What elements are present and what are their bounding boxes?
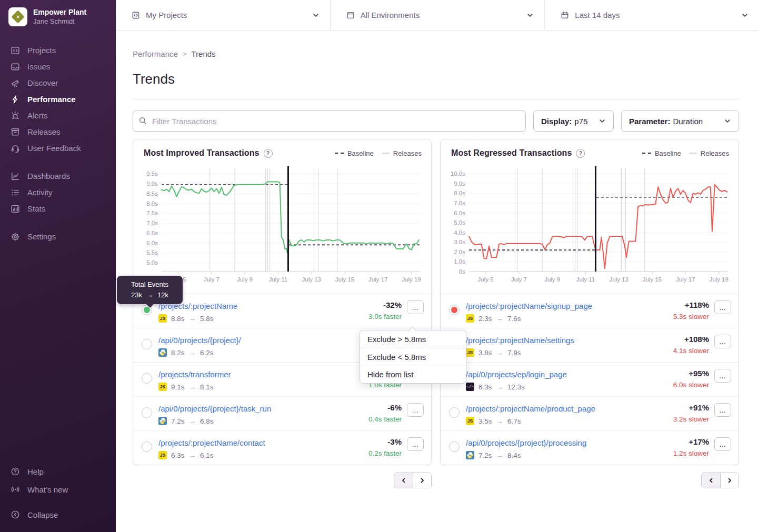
transaction-link[interactable]: /projects/transformer (158, 369, 231, 380)
svg-text:6.0s: 6.0s (146, 240, 158, 246)
svg-text:8.5s: 8.5s (146, 190, 158, 197)
sidebar-item-dashboards[interactable]: Dashboards (0, 168, 116, 184)
arrow-right-icon: → (496, 451, 504, 459)
transaction-link[interactable]: /api/0/projects/{project}/processing (466, 437, 586, 448)
svg-text:7.0s: 7.0s (454, 200, 465, 206)
issues-icon (9, 62, 21, 72)
chart-legend: Baseline Releases (335, 149, 422, 157)
percent-change: +17% (673, 437, 709, 446)
row-actions-button[interactable]: … (714, 335, 731, 348)
sidebar-item-releases[interactable]: Releases (0, 124, 116, 140)
org-switcher[interactable]: Empower Plant Jane Schmidt (0, 0, 116, 26)
transaction-link[interactable]: /api/0/projects/ep/login_page (466, 369, 567, 380)
svg-text:3.0s: 3.0s (454, 239, 465, 245)
svg-text:8.0s: 8.0s (454, 190, 465, 196)
performance-icon (9, 95, 21, 104)
sidebar-item-label: Settings (27, 232, 56, 241)
svg-text:July 9: July 9 (237, 276, 253, 283)
arrow-right-icon: → (496, 417, 504, 425)
app-root: Empower Plant Jane Schmidt Projects Issu… (0, 0, 758, 532)
sidebar-item-settings[interactable]: Settings (0, 228, 116, 245)
transaction-radio[interactable] (449, 441, 460, 452)
improved-trend-chart[interactable]: 5.0s5.5s6.0s6.5s7.0s7.5s8.0s8.5s9.0s9.5s… (137, 164, 426, 287)
svg-text:July 9: July 9 (544, 276, 560, 283)
transaction-radio[interactable] (142, 441, 152, 452)
svg-text:6.0s: 6.0s (454, 210, 465, 216)
sidebar-item-label: Discover (27, 78, 58, 87)
transaction-radio[interactable] (449, 305, 460, 315)
delta-label: 1.2s slower (673, 449, 709, 457)
transaction-link[interactable]: /projects/:projectName/product_page (466, 403, 595, 414)
python-icon (158, 348, 167, 357)
breadcrumb-separator: > (183, 50, 187, 58)
svg-text:8.0s: 8.0s (146, 200, 158, 207)
row-actions-button[interactable]: … (407, 437, 424, 451)
next-page-button[interactable] (720, 473, 739, 488)
search-input[interactable] (133, 111, 526, 132)
baseline-swatch (642, 153, 651, 154)
row-actions-button[interactable]: … (714, 369, 731, 383)
menu-item-hide-from-list[interactable]: Hide from list (360, 366, 466, 383)
transaction-link[interactable]: /api/0/projects/{project}/task_run (158, 403, 271, 414)
sidebar-item-activity[interactable]: Activity (0, 184, 116, 200)
page-header: Performance > Trends Trends (133, 31, 739, 99)
row-actions-button[interactable]: … (714, 300, 731, 314)
sidebar-item-label: Activity (27, 188, 53, 197)
regressed-trend-chart[interactable]: 0s1.0s2.0s3.0s4.0s5.0s6.0s7.0s8.0s9.0s10… (445, 164, 733, 287)
table-row: /projects/:projectName/settings JS 3.8s … (441, 328, 739, 362)
transaction-link[interactable]: /projects/:projectName/settings (466, 335, 574, 346)
help-icon[interactable]: ? (576, 149, 585, 158)
date-range-selector[interactable]: Last 14 days (544, 0, 758, 30)
page-title: Trends (133, 71, 739, 87)
row-actions-button[interactable]: … (407, 300, 424, 314)
transaction-radio[interactable] (142, 407, 152, 418)
sidebar-item-alerts[interactable]: Alerts (0, 107, 116, 124)
previous-page-button[interactable] (394, 473, 413, 488)
svg-text:July 19: July 19 (402, 276, 421, 283)
row-actions-button[interactable]: … (714, 437, 731, 451)
transaction-link[interactable]: /api/0/projects/{project}/ (158, 335, 241, 346)
table-row: /projects/:projectName/contact JS 6.3s →… (133, 430, 431, 465)
calendar-icon (561, 11, 569, 19)
sidebar-item-whats-new[interactable]: What’s new (0, 480, 116, 498)
menu-item-exclude-above[interactable]: Exclude > 5.8ms (360, 330, 466, 348)
transaction-link[interactable]: /projects/:projectName/signup_page (466, 300, 592, 312)
transaction-radio[interactable] (449, 407, 460, 418)
row-actions-button[interactable]: … (714, 403, 731, 417)
python-icon (466, 451, 474, 459)
menu-item-exclude-below[interactable]: Exclude < 5.8ms (360, 348, 466, 365)
display-dropdown[interactable]: Display: p75 (533, 111, 614, 132)
parameter-dropdown[interactable]: Parameter: Duration (621, 111, 739, 132)
sidebar-item-stats[interactable]: Stats (0, 200, 116, 217)
org-name: Empower Plant (33, 8, 86, 17)
sidebar-item-performance[interactable]: Performance (0, 91, 116, 107)
breadcrumb: Performance > Trends (133, 49, 739, 58)
sidebar-item-collapse[interactable]: Collapse (0, 506, 116, 524)
stats-icon (9, 204, 21, 214)
sidebar-item-projects[interactable]: Projects (0, 42, 116, 58)
help-icon[interactable]: ? (264, 149, 273, 158)
sidebar-item-label: Issues (27, 62, 50, 71)
arrow-right-icon: → (496, 349, 504, 357)
sidebar-item-help[interactable]: Help (0, 463, 116, 480)
releases-swatch (690, 153, 697, 154)
svg-text:July 7: July 7 (204, 276, 220, 283)
arrow-right-icon: → (146, 291, 153, 299)
discover-icon (9, 78, 21, 88)
previous-page-button[interactable] (702, 473, 720, 488)
row-actions-button[interactable]: … (407, 403, 424, 417)
sidebar-item-discover[interactable]: Discover (0, 75, 116, 91)
transaction-link[interactable]: /projects/:projectName/contact (158, 437, 265, 448)
sidebar-item-issues[interactable]: Issues (0, 58, 116, 75)
delta-label: 5.3s slower (673, 313, 709, 320)
tooltip-title: Total Events (120, 280, 179, 288)
project-selector[interactable]: My Projects (116, 0, 330, 30)
transaction-radio[interactable] (142, 373, 152, 384)
table-row: /projects/:projectName/product_page JS 3… (441, 396, 739, 430)
environment-selector[interactable]: All Environments (330, 0, 545, 30)
next-page-button[interactable] (413, 473, 431, 488)
transaction-radio[interactable] (142, 339, 152, 349)
sidebar-item-user-feedback[interactable]: User Feedback (0, 140, 116, 156)
breadcrumb-parent[interactable]: Performance (133, 49, 178, 58)
gear-icon (9, 232, 21, 242)
